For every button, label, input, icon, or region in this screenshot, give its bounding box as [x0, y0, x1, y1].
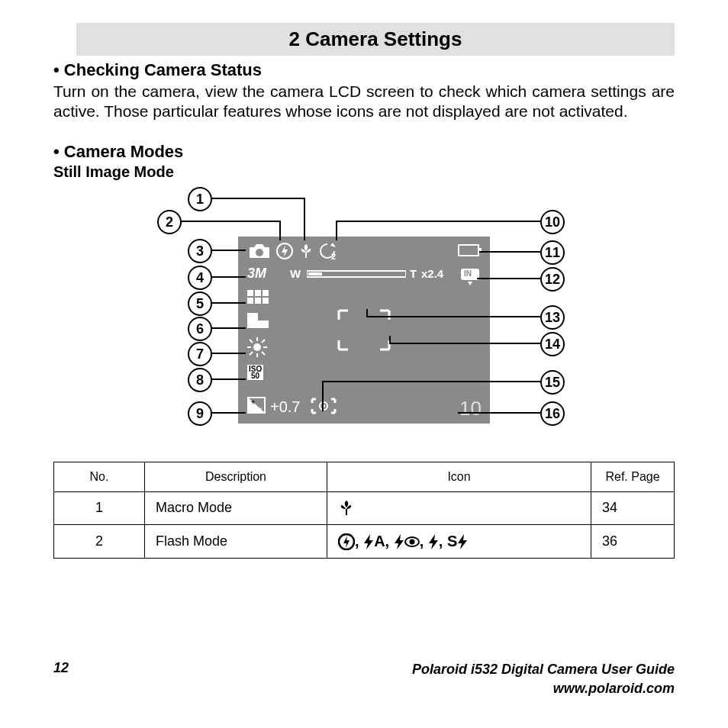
svg-line-21: [250, 352, 253, 355]
svg-rect-8: [255, 290, 261, 296]
zoom-value: x2.4: [421, 267, 443, 280]
zoom-w-label: W: [290, 267, 301, 280]
eye-icon: [404, 536, 420, 547]
sharpness-icon: [247, 313, 269, 328]
self-timer-icon: 2: [317, 241, 337, 259]
zoom-bar: [307, 269, 406, 279]
cell-desc: Macro Mode: [145, 491, 327, 524]
section-camera-modes-title: • Camera Modes: [53, 142, 675, 162]
th-no: No.: [54, 462, 145, 491]
table-row: 2 Flash Mode , A, , , S 36: [54, 524, 675, 559]
svg-rect-2: [459, 245, 478, 256]
callout-13: 13: [540, 305, 565, 330]
svg-text:−: −: [258, 404, 262, 412]
footer-website: www.polaroid.com: [553, 681, 675, 696]
callout-11: 11: [540, 240, 565, 265]
svg-rect-9: [263, 290, 269, 296]
cell-desc: Flash Mode: [145, 524, 327, 559]
cell-icon: , A, , , S: [327, 524, 591, 559]
metering-icon: [310, 397, 337, 415]
th-desc: Description: [145, 462, 327, 491]
cell-ref: 36: [591, 524, 675, 559]
svg-rect-12: [263, 298, 269, 304]
svg-rect-11: [255, 298, 261, 304]
flash-bolt-icon: [457, 534, 468, 549]
battery-icon: [458, 244, 482, 256]
callout-12: 12: [540, 267, 565, 292]
flash-bolt-icon: [394, 534, 404, 549]
cell-no: 2: [54, 524, 145, 559]
svg-rect-5: [308, 272, 322, 275]
section-checking-status-text: Turn on the camera, view the camera LCD …: [53, 82, 675, 122]
flash-bolt-icon: [363, 534, 374, 549]
reference-table: No. Description Icon Ref. Page 1 Macro M…: [53, 462, 675, 559]
iso-indicator: ISO 50: [247, 365, 263, 380]
callout-5: 5: [188, 292, 212, 316]
cell-no: 1: [54, 491, 145, 524]
th-ref: Ref. Page: [591, 462, 675, 491]
th-icon: Icon: [327, 462, 591, 491]
callout-3: 3: [188, 239, 212, 263]
shots-remaining: 10: [459, 397, 482, 420]
still-image-mode-label: Still Image Mode: [53, 163, 675, 181]
cell-icon: [327, 491, 591, 524]
storage-indicator: IN: [459, 267, 481, 287]
lcd-diagram: 1 2 3 4 5 6 7 8 9 10 11 12 13 14 15 16: [53, 187, 675, 439]
camera-icon: [247, 243, 272, 259]
callout-7: 7: [188, 342, 212, 366]
svg-rect-10: [247, 298, 253, 304]
svg-text:+: +: [251, 398, 255, 406]
table-row: 1 Macro Mode 34: [54, 491, 675, 524]
white-balance-icon: [247, 337, 267, 357]
page-footer: 12 Polaroid i532 Digital Camera User Gui…: [53, 660, 675, 697]
ev-value: +0.7: [270, 398, 300, 416]
callout-16: 16: [540, 401, 565, 426]
callout-9: 9: [188, 401, 212, 426]
callout-8: 8: [188, 368, 212, 392]
section-checking-status-title: • Checking Camera Status: [53, 60, 675, 80]
svg-line-20: [262, 340, 265, 343]
svg-point-29: [409, 540, 414, 545]
callout-1: 1: [188, 187, 212, 211]
callout-2: 2: [157, 210, 182, 234]
quality-icon: [247, 290, 269, 304]
macro-icon: [338, 500, 355, 517]
page-number: 12: [53, 660, 69, 676]
svg-point-0: [256, 249, 263, 256]
flash-off-icon: [338, 533, 355, 550]
manual-page: 2 Camera Settings • Checking Camera Stat…: [0, 0, 728, 728]
flash-off-icon: [276, 243, 293, 259]
callout-4: 4: [188, 266, 212, 290]
flash-bolt-icon: [428, 534, 439, 549]
svg-point-13: [253, 343, 261, 351]
svg-line-19: [262, 352, 265, 355]
callout-15: 15: [540, 370, 565, 395]
lcd-screen: 2 3M W T x2.4 IN: [238, 237, 490, 424]
callout-14: 14: [540, 332, 565, 356]
storage-label: IN: [464, 269, 472, 278]
callout-6: 6: [188, 317, 212, 341]
zoom-t-label: T: [410, 267, 417, 280]
ev-icon: +−: [247, 397, 266, 414]
macro-icon: [298, 243, 314, 259]
svg-line-18: [250, 340, 253, 343]
footer-guide-title: Polaroid i532 Digital Camera User Guide: [412, 662, 675, 677]
chapter-title: 2 Camera Settings: [76, 23, 675, 56]
iso-value: 50: [249, 372, 262, 379]
self-timer-value: 2: [331, 252, 336, 261]
resolution-label: 3M: [247, 266, 266, 282]
callout-10: 10: [540, 210, 565, 234]
cell-ref: 34: [591, 491, 675, 524]
svg-rect-7: [247, 290, 253, 296]
